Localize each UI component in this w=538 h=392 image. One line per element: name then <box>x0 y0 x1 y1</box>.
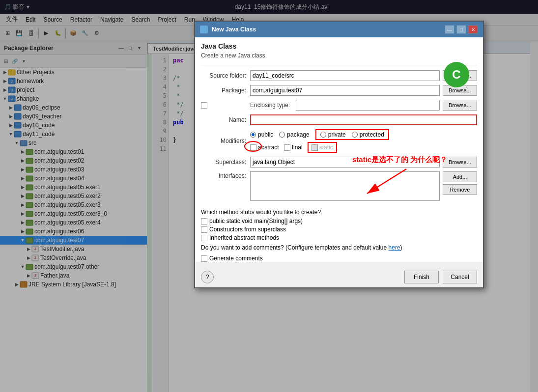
enclosing-checkbox[interactable] <box>201 102 207 109</box>
name-input[interactable] <box>250 114 477 125</box>
radio-protected-label: protected <box>360 131 384 138</box>
generate-comments-row: Generate comments <box>201 255 477 262</box>
dialog-titlebar: New Java Class — □ ✕ <box>195 22 483 37</box>
package-input[interactable] <box>250 85 440 96</box>
generate-comments-label: Generate comments <box>209 255 263 262</box>
stubs-section: Which method stubs would you like to cre… <box>201 209 477 241</box>
radio-private-label: private <box>328 131 346 138</box>
stubs-question: Which method stubs would you like to cre… <box>201 209 477 216</box>
static-group: static <box>308 142 337 153</box>
comments-section: Do you want to add comments? (Configure … <box>201 244 477 251</box>
final-checkbox[interactable] <box>284 144 290 151</box>
modifiers-options: public package private <box>250 129 477 153</box>
enclosing-type-text: Enclosing type: <box>250 102 290 109</box>
dialog-body: C Java Class Create a new Java class. So… <box>195 37 483 262</box>
comments-link[interactable]: here <box>389 244 400 251</box>
stub-inherited-checkbox[interactable] <box>201 235 207 241</box>
radio-private[interactable] <box>320 132 326 138</box>
dialog-section-sub: Create a new Java class. <box>201 52 477 59</box>
dialog-title-text: New Java Class <box>200 26 256 33</box>
source-folder-row: Source folder: Browse... <box>201 70 477 81</box>
static-checkbox[interactable] <box>311 144 318 151</box>
dialog-section-title: Java Class <box>201 42 477 50</box>
superclass-input[interactable] <box>250 157 440 168</box>
abstract-label: abstract <box>258 144 279 151</box>
package-row: Package: Browse... <box>201 85 477 96</box>
package-field: Browse... <box>250 85 477 96</box>
new-java-class-dialog: New Java Class — □ ✕ C Java Class Create… <box>194 21 484 288</box>
add-interface-btn[interactable]: Add... <box>443 171 477 182</box>
enclosing-row: Enclosing type: Browse... <box>201 100 477 111</box>
stub-main-row: public static void main(String[] args) <box>201 218 477 224</box>
cancel-button[interactable]: Cancel <box>443 271 477 283</box>
dialog-title-controls: — □ ✕ <box>445 25 478 34</box>
dialog-title-icon <box>200 26 208 33</box>
modifiers-label: Modifiers: <box>201 138 250 144</box>
modifier-package[interactable]: package <box>279 131 309 138</box>
abstract-group: abstract <box>250 144 279 151</box>
source-folder-label: Source folder: <box>201 72 250 79</box>
generate-comments-checkbox[interactable] <box>201 255 207 262</box>
abstract-checkbox[interactable] <box>250 144 256 151</box>
modifiers-row: Modifiers: public package <box>201 129 477 153</box>
stub-main-label: public static void main(String[] args) <box>209 218 303 224</box>
dialog-divider <box>201 65 477 65</box>
interfaces-buttons: Add... Remove <box>443 171 477 205</box>
dialog-help-btn[interactable]: ? <box>201 271 214 283</box>
final-group: final <box>284 144 303 151</box>
modifiers-radio-row: public package private <box>250 129 477 140</box>
modifiers-checkbox-row: abstract final static <box>250 142 477 153</box>
enclosing-field: Enclosing type: Browse... <box>250 100 477 111</box>
radio-protected[interactable] <box>352 132 358 138</box>
dialog-maximize-btn[interactable]: □ <box>456 25 466 34</box>
package-label: Package: <box>201 87 250 94</box>
stub-main-checkbox[interactable] <box>201 218 207 224</box>
dialog-close-btn[interactable]: ✕ <box>468 25 478 34</box>
modifier-private[interactable]: private <box>320 131 346 138</box>
modifier-private-protected-box: private protected <box>315 129 389 140</box>
dialog-minimize-btn[interactable]: — <box>445 25 454 34</box>
radio-public-label: public <box>258 131 273 138</box>
superclass-field: Browse... <box>250 157 477 168</box>
dialog-action-buttons: Finish Cancel <box>404 271 477 283</box>
name-field <box>250 114 477 125</box>
superclass-label: Superclass: <box>201 159 250 166</box>
dialog-footer: ? Finish Cancel <box>195 267 483 287</box>
dialog-overlay: New Java Class — □ ✕ C Java Class Create… <box>0 0 538 392</box>
remove-interface-btn[interactable]: Remove <box>443 184 477 195</box>
dialog-title-label: New Java Class <box>212 26 256 33</box>
modifier-protected[interactable]: protected <box>352 131 384 138</box>
comments-question: Do you want to add comments? (Configure … <box>201 244 387 251</box>
interfaces-label: Interfaces: <box>201 171 250 179</box>
stub-constructor-checkbox[interactable] <box>201 226 207 233</box>
stub-inherited-row: Inherited abstract methods <box>201 234 477 241</box>
enclosing-browse-btn[interactable]: Browse... <box>443 100 477 111</box>
source-folder-field: Browse... <box>250 70 477 81</box>
radio-package-label: package <box>287 131 309 138</box>
finish-button[interactable]: Finish <box>404 271 439 283</box>
source-folder-input[interactable] <box>250 70 440 81</box>
name-label: Name: <box>201 116 250 123</box>
dialog-logo: C <box>444 62 469 87</box>
superclass-browse-btn[interactable]: Browse... <box>443 157 477 168</box>
name-row: Name: <box>201 114 477 125</box>
stub-constructor-row: Constructors from superclass <box>201 226 477 233</box>
interfaces-inner: Add... Remove <box>250 171 477 205</box>
static-label: static <box>319 144 333 151</box>
modifier-public[interactable]: public <box>250 131 273 138</box>
enclosing-label <box>201 102 250 109</box>
interfaces-box[interactable] <box>250 171 440 201</box>
modifiers-inner: Modifiers: public package <box>201 129 477 153</box>
stub-inherited-label: Inherited abstract methods <box>209 234 279 241</box>
superclass-row: Superclass: Browse... <box>201 157 477 168</box>
final-label: final <box>292 144 303 151</box>
interfaces-row: Interfaces: Add... Remove <box>201 171 477 205</box>
enclosing-type-input[interactable] <box>296 100 440 111</box>
stub-constructor-label: Constructors from superclass <box>209 226 286 233</box>
interfaces-field: Add... Remove <box>250 171 477 205</box>
radio-public[interactable] <box>250 132 256 138</box>
radio-package[interactable] <box>279 132 285 138</box>
